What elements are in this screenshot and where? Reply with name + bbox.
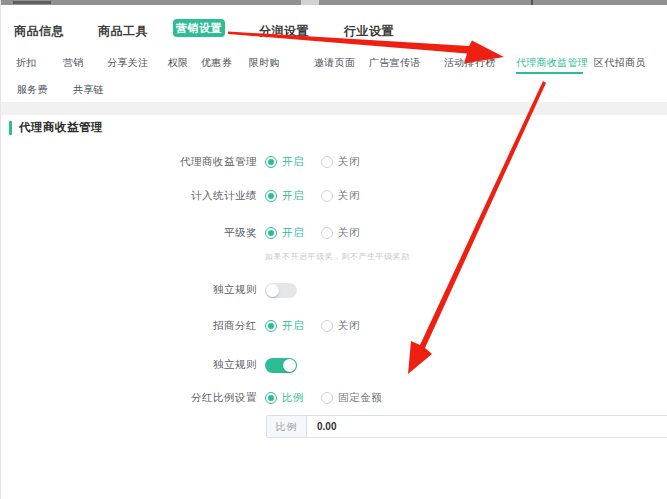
subtab-ad-slogan[interactable]: 广告宣传语 — [369, 56, 421, 70]
settings-page: 商品信息 商品工具 营销设置 分润设置 行业设置 折扣 营销 分享关注 权限 优… — [0, 0, 667, 499]
radio-off[interactable] — [321, 320, 333, 332]
radio-off-label[interactable]: 关闭 — [338, 155, 360, 169]
form-label: 平级奖 — [1, 226, 257, 240]
form-label: 独立规则 — [1, 358, 257, 372]
subtab-agent-revenue-active[interactable]: 代理商收益管理 — [516, 56, 588, 70]
form-label: 代理商收益管理 — [1, 155, 257, 169]
form-row-agent-revenue: 代理商收益管理 开启 关闭 — [1, 152, 360, 172]
radio-off-label[interactable]: 关闭 — [338, 189, 360, 203]
active-tab-underline — [516, 72, 583, 74]
radio-on-label[interactable]: 开启 — [282, 226, 304, 240]
tab-profit-settings[interactable]: 分润设置 — [259, 23, 309, 40]
form-row-count-performance: 计入统计业绩 开启 关闭 — [1, 186, 360, 206]
section-accent-bar — [9, 121, 12, 135]
subtab-share-follow[interactable]: 分享关注 — [107, 56, 148, 70]
toggle-switch-on[interactable] — [265, 358, 297, 373]
ratio-input-group: 比例 — [266, 415, 667, 438]
annotation-arrow-down — [408, 81, 546, 374]
tab-product-info[interactable]: 商品信息 — [14, 23, 64, 40]
form-row-independent-rule-2: 独立规则 — [1, 355, 297, 375]
ratio-input[interactable] — [307, 416, 667, 437]
radio-fixed-amount-label[interactable]: 固定金额 — [338, 391, 382, 405]
peer-bonus-hint: 如果不开启平级奖，则不产生平级奖励 — [265, 251, 410, 262]
radio-on-selected[interactable] — [265, 320, 277, 332]
form-label: 独立规则 — [1, 283, 257, 297]
subtab-share-chain[interactable]: 共享链 — [73, 83, 104, 97]
radio-off-label[interactable]: 关闭 — [338, 319, 360, 333]
subtab-district-agent[interactable]: 区代招商员 — [594, 56, 646, 70]
switch-knob — [266, 284, 279, 297]
radio-on-label[interactable]: 开启 — [282, 319, 304, 333]
radio-ratio-label[interactable]: 比例 — [282, 391, 304, 405]
browser-chrome-fragment — [531, 0, 533, 5]
radio-fixed-amount[interactable] — [321, 392, 333, 404]
section-divider — [1, 102, 667, 115]
tab-industry-settings[interactable]: 行业设置 — [344, 23, 394, 40]
tab-marketing-settings-active[interactable]: 营销设置 — [173, 19, 225, 37]
section-title: 代理商收益管理 — [19, 120, 103, 135]
form-row-peer-bonus: 平级奖 开启 关闭 — [1, 223, 360, 243]
radio-on-label[interactable]: 开启 — [282, 189, 304, 203]
subtab-permission[interactable]: 权限 — [168, 56, 189, 70]
subtab-service-fee[interactable]: 服务费 — [17, 83, 48, 97]
subtab-flash-sale[interactable]: 限时购 — [249, 56, 280, 70]
radio-on-selected[interactable] — [265, 227, 277, 239]
form-label: 分红比例设置 — [1, 391, 257, 405]
subtab-activity-rank[interactable]: 活动排行榜 — [444, 56, 496, 70]
form-row-independent-rule-1: 独立规则 — [1, 280, 297, 300]
section-header: 代理商收益管理 — [9, 120, 103, 135]
radio-on-selected[interactable] — [265, 156, 277, 168]
form-label: 计入统计业绩 — [1, 189, 257, 203]
radio-on-label[interactable]: 开启 — [282, 155, 304, 169]
radio-off-label[interactable]: 关闭 — [338, 226, 360, 240]
ratio-input-prefix: 比例 — [267, 416, 307, 437]
subtab-discount[interactable]: 折扣 — [16, 56, 37, 70]
radio-off[interactable] — [321, 227, 333, 239]
toggle-switch-off[interactable] — [265, 283, 297, 298]
form-label: 招商分红 — [1, 319, 257, 333]
radio-ratio-selected[interactable] — [265, 392, 277, 404]
radio-off[interactable] — [321, 156, 333, 168]
browser-chrome-fragment — [301, 0, 319, 5]
subtab-invite-page[interactable]: 邀请页面 — [314, 56, 355, 70]
form-row-dividend-ratio: 分红比例设置 比例 固定金额 — [1, 388, 382, 408]
radio-on-selected[interactable] — [265, 190, 277, 202]
browser-chrome-fragment — [13, 1, 51, 4]
form-row-investment-dividend: 招商分红 开启 关闭 — [1, 316, 360, 336]
subtab-coupon[interactable]: 优惠券 — [201, 56, 232, 70]
browser-chrome-strip — [1, 0, 667, 5]
switch-knob — [283, 359, 296, 372]
tab-product-tools[interactable]: 商品工具 — [98, 23, 148, 40]
subtab-marketing[interactable]: 营销 — [63, 56, 84, 70]
radio-off[interactable] — [321, 190, 333, 202]
